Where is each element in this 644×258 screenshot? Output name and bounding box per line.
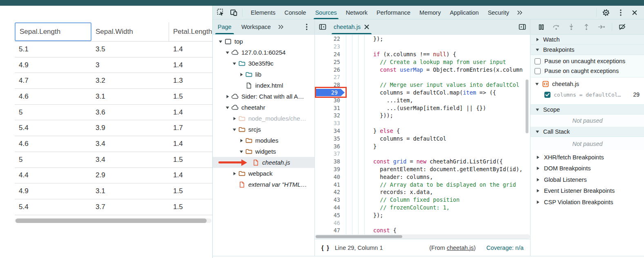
device-toolbar-icon[interactable] (230, 8, 238, 17)
grid-cell[interactable]: 3.1 (91, 89, 169, 104)
grid-cell[interactable]: 1.4 (169, 105, 212, 120)
grid-header-cell[interactable]: Sepal.Width (91, 22, 169, 41)
grid-cell[interactable]: 5.1 (15, 42, 91, 57)
line-number[interactable]: 34 (315, 128, 340, 134)
line-number[interactable]: 47 (315, 227, 340, 234)
grid-cell[interactable]: 1.5 (169, 199, 212, 215)
tree-item-sider-chat-with-all-a[interactable]: Sider: Chat with all A… (213, 91, 314, 102)
line-number[interactable]: 42 (315, 189, 340, 195)
breakpoint-entry[interactable]: columns = defaultCol…29 (530, 89, 644, 100)
line-number[interactable]: 26 (315, 66, 340, 73)
grid-cell[interactable]: 1.4 (169, 136, 212, 152)
grid-cell[interactable]: 1.4 (169, 42, 212, 57)
exception-row-pause-on-uncaught-exceptions[interactable]: Pause on uncaught exceptions (530, 56, 644, 66)
line-number[interactable]: 38 (315, 158, 340, 165)
grid-cell[interactable]: 1.4 (169, 168, 212, 183)
line-number[interactable]: 32 (315, 112, 340, 119)
grid-cell[interactable]: 1.5 (169, 183, 212, 199)
more-tabs-icon[interactable] (515, 8, 524, 17)
chevron-right-icon[interactable] (535, 166, 540, 170)
line-number[interactable]: 39 (315, 166, 340, 172)
line-number[interactable]: 30 (315, 97, 340, 104)
exception-row-pause-on-caught-exceptions[interactable]: Pause on caught exceptions (530, 66, 644, 76)
grid-cell[interactable]: 3.1 (91, 183, 169, 199)
kebab-menu-icon[interactable] (616, 8, 625, 17)
grid-cell[interactable]: 2.9 (91, 168, 169, 183)
tree-item-srcjs[interactable]: srcjs (213, 124, 314, 135)
navigator-tab-page[interactable]: Page (213, 20, 236, 34)
chevron-down-icon[interactable] (535, 108, 539, 112)
watch-section-header[interactable]: Watch (530, 35, 644, 45)
tree-item-index-html[interactable]: index.html (213, 80, 314, 91)
chevron-down-icon[interactable] (535, 82, 539, 86)
chevron-down-icon[interactable] (225, 106, 230, 110)
checkbox[interactable] (535, 58, 541, 64)
line-number[interactable]: 22 (315, 35, 340, 42)
tree-item-lib[interactable]: lib (213, 69, 314, 80)
call-stack-section-header[interactable]: Call Stack (530, 127, 644, 137)
step-icon[interactable] (597, 22, 606, 32)
line-number[interactable]: 27 (315, 74, 340, 80)
grid-cell[interactable]: 4.4 (15, 168, 91, 183)
grid-cell[interactable]: 4.6 (15, 136, 91, 152)
source-origin-link[interactable]: cheetah.js (447, 245, 474, 251)
step-into-icon[interactable] (566, 22, 576, 32)
line-number[interactable]: 37 (315, 150, 340, 157)
line-number[interactable]: 25 (315, 59, 340, 65)
navigator-tab-workspace[interactable]: Workspace (236, 20, 276, 34)
grid-horizontal-scrollbar[interactable] (15, 218, 212, 223)
chevron-down-icon[interactable] (232, 62, 237, 66)
grid-cell[interactable]: 3 (91, 57, 169, 73)
tree-item-widgets[interactable]: widgets (213, 146, 314, 157)
section-event-listener-breakpoints[interactable]: Event Listener Breakpoints (530, 185, 644, 197)
chevron-right-icon[interactable] (535, 37, 539, 42)
tree-item-cheetahr[interactable]: cheetahr (213, 102, 314, 113)
pause-script-icon[interactable] (536, 22, 546, 32)
iris-data-grid[interactable]: Sepal.LengthSepal.WidthPetal.Length 5.13… (15, 22, 212, 226)
scrollbar-thumb[interactable] (316, 235, 402, 238)
checkbox[interactable] (535, 68, 541, 74)
grid-cell[interactable]: 3.5 (91, 42, 169, 57)
grid-cell[interactable]: 3.9 (91, 120, 169, 136)
grid-cell[interactable]: 5 (15, 105, 91, 120)
grid-cell[interactable]: 1.4 (169, 57, 212, 73)
devtools-tab-console[interactable]: Console (280, 6, 310, 19)
close-devtools-icon[interactable] (630, 8, 639, 17)
grid-cell[interactable]: 5.4 (15, 199, 91, 215)
devtools-tab-security[interactable]: Security (483, 6, 513, 19)
editor-vertical-scrollbar[interactable] (526, 79, 528, 133)
tree-item-node-modules-che[interactable]: node_modules/che… (213, 113, 314, 124)
tree-item-30e35f9c[interactable]: 30e35f9c (213, 58, 314, 69)
section-global-listeners[interactable]: Global Listeners (530, 174, 644, 185)
show-debugger-icon[interactable] (518, 22, 527, 31)
grid-cell[interactable]: 5 (15, 152, 91, 168)
grid-cell[interactable]: 1.5 (169, 152, 212, 168)
line-number[interactable]: 23 (315, 43, 340, 50)
devtools-tab-memory[interactable]: Memory (415, 6, 445, 19)
line-number[interactable]: 24 (315, 51, 340, 57)
grid-cell[interactable]: 3.4 (91, 136, 169, 152)
chevron-right-icon[interactable] (238, 73, 244, 77)
checkbox[interactable] (544, 92, 550, 98)
chevron-right-icon[interactable] (232, 172, 237, 176)
devtools-tab-application[interactable]: Application (445, 6, 483, 19)
grid-cell[interactable]: 5.4 (15, 120, 91, 136)
grid-cell[interactable]: 4.9 (15, 57, 91, 73)
pretty-print-icon[interactable]: { } (321, 245, 330, 251)
chevron-right-icon[interactable] (535, 178, 540, 182)
scope-section-header[interactable]: Scope (530, 104, 644, 115)
section-xhr-fetch-breakpoints[interactable]: XHR/fetch Breakpoints (530, 152, 644, 163)
grid-cell[interactable]: 4.7 (15, 73, 91, 88)
devtools-tab-network[interactable]: Network (341, 6, 372, 19)
grid-header-cell[interactable]: Petal.Length (169, 22, 212, 41)
inspect-icon[interactable] (216, 8, 225, 17)
line-number[interactable]: 46 (315, 220, 340, 226)
step-over-icon[interactable] (551, 22, 561, 32)
source-editor[interactable]: 22});2324if (x.columns !== null) {25 // … (315, 35, 530, 258)
coverage-link[interactable]: Coverage: n/a (486, 245, 524, 251)
chevron-down-icon[interactable] (535, 48, 539, 52)
chevron-down-icon[interactable] (218, 40, 223, 44)
grid-cell[interactable]: 3.2 (91, 73, 169, 88)
tree-item-127-0-0-1-60254[interactable]: 127.0.0.1:60254 (213, 47, 314, 58)
grid-cell[interactable]: 3.6 (91, 105, 169, 120)
